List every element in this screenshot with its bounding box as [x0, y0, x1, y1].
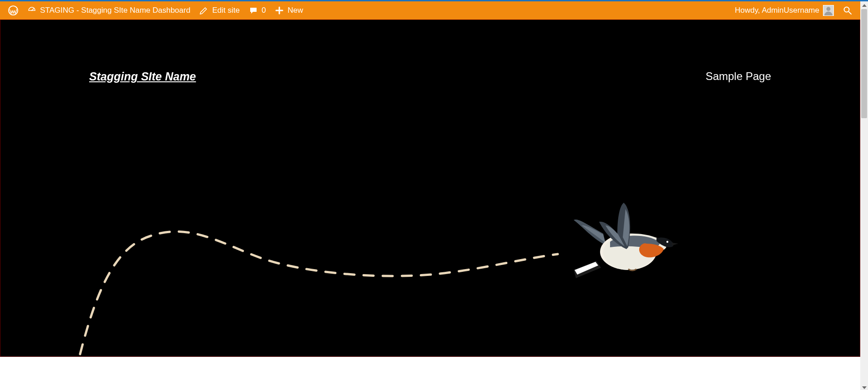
- edit-icon: [199, 6, 208, 15]
- nav-sample-page[interactable]: Sample Page: [706, 70, 771, 83]
- hero-section: Stagging SIte Name Sample Page: [0, 20, 860, 357]
- new-label: New: [288, 6, 303, 15]
- wp-admin-bar: STAGING - Stagging SIte Name Dashboard E…: [0, 1, 860, 20]
- avatar: [823, 5, 834, 16]
- wp-logo[interactable]: [4, 1, 23, 20]
- comments-count: 0: [262, 6, 266, 15]
- new-content-link[interactable]: New: [270, 1, 308, 20]
- svg-point-4: [844, 7, 849, 12]
- edit-site-link[interactable]: Edit site: [195, 1, 244, 20]
- site-name-link[interactable]: STAGING - Stagging SIte Name Dashboard: [23, 1, 195, 20]
- svg-point-6: [600, 234, 656, 270]
- search-toggle[interactable]: [838, 1, 857, 20]
- viewport: STAGING - Stagging SIte Name Dashboard E…: [0, 0, 868, 390]
- comments-link[interactable]: 0: [244, 1, 270, 20]
- edit-site-label: Edit site: [212, 6, 239, 15]
- search-icon: [843, 6, 852, 15]
- howdy-label: Howdy, AdminUsername: [735, 6, 819, 15]
- plus-icon: [275, 6, 284, 15]
- dashboard-icon: [27, 6, 36, 15]
- my-account-link[interactable]: Howdy, AdminUsername: [730, 1, 838, 20]
- svg-line-5: [849, 12, 851, 14]
- wordpress-icon: [8, 5, 18, 15]
- svg-point-7: [666, 241, 668, 243]
- vertical-scrollbar[interactable]: [860, 1, 868, 390]
- scroll-down-button[interactable]: [860, 384, 868, 390]
- comment-icon: [249, 6, 258, 15]
- svg-point-2: [31, 10, 32, 11]
- scroll-thumb[interactable]: [861, 9, 867, 118]
- bird-illustration: [560, 202, 678, 293]
- flight-path-decoration: [78, 193, 560, 356]
- site-name-label: STAGING - Stagging SIte Name Dashboard: [40, 6, 190, 15]
- site-title-link[interactable]: Stagging SIte Name: [89, 70, 196, 83]
- svg-point-3: [827, 7, 831, 11]
- scroll-up-button[interactable]: [860, 1, 868, 9]
